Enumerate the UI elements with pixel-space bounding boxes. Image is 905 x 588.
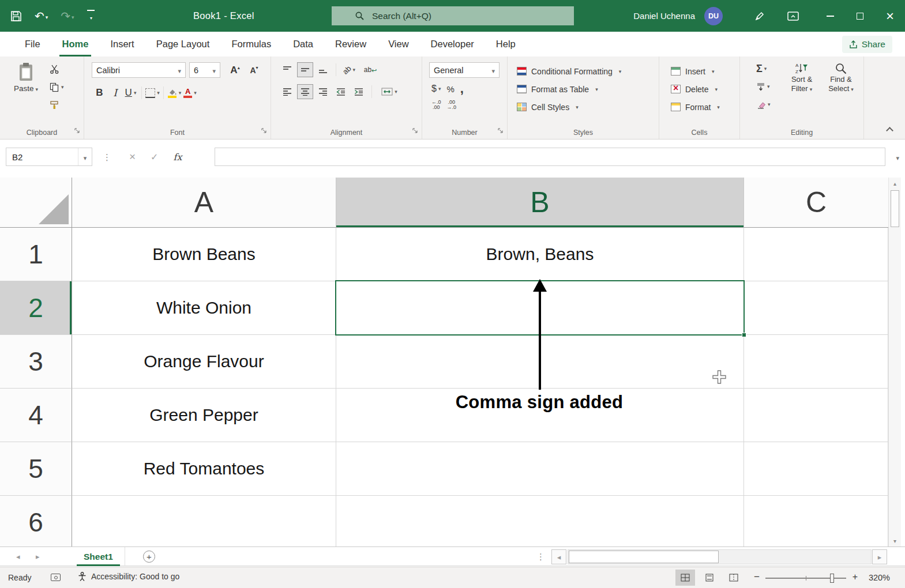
undo-dropdown-icon[interactable] [44,11,48,21]
number-dialog-launcher[interactable] [498,127,504,136]
name-box[interactable]: B2 [6,148,92,166]
cell-B1[interactable]: Brown, Beans [336,228,744,281]
tab-sheet1[interactable]: Sheet1 [72,547,125,566]
tab-scroll-splitter[interactable] [536,552,546,562]
horizontal-scroll-thumb[interactable] [569,551,719,563]
share-button[interactable]: Share [842,36,892,53]
cell-C6[interactable] [744,496,888,546]
name-box-splitter[interactable] [103,152,112,163]
cell-B5[interactable] [336,442,744,496]
page-layout-view-button[interactable] [700,570,719,586]
percent-style-button[interactable]: % [446,84,454,94]
zoom-slider-thumb[interactable] [830,574,834,583]
orientation-button[interactable]: ab [341,62,357,77]
maximize-button[interactable] [845,0,875,32]
font-size-combobox[interactable]: 6 [189,62,220,78]
vertical-scroll-thumb[interactable] [891,190,899,227]
customize-quick-access-button[interactable] [87,10,95,22]
cell-A1[interactable]: Brown Beans [72,228,336,281]
cancel-entry-button[interactable] [129,150,136,163]
decrease-indent-button[interactable] [333,84,349,99]
close-button[interactable] [875,0,905,32]
tab-file[interactable]: File [14,32,51,56]
cell-A3[interactable]: Orange Flavour [72,335,336,389]
alignment-dialog-launcher[interactable] [412,127,419,136]
tab-view[interactable]: View [377,32,419,56]
tab-formulas[interactable]: Formulas [220,32,282,56]
clipboard-dialog-launcher[interactable] [74,127,81,136]
decrease-decimal-button[interactable]: .00 →.0 [447,100,457,110]
row-header-6[interactable]: 6 [0,496,72,546]
page-break-preview-button[interactable] [724,570,743,586]
number-format-combobox[interactable]: General [429,62,500,78]
font-dialog-launcher[interactable] [261,127,268,136]
delete-cells-button[interactable]: Delete [671,80,739,98]
normal-view-button[interactable] [675,570,695,586]
cell-C4[interactable] [744,389,888,442]
add-sheet-button[interactable]: + [143,551,155,563]
borders-button[interactable] [145,85,160,100]
enter-button[interactable] [151,152,158,163]
cell-A6[interactable] [72,496,336,546]
fill-color-button[interactable] [167,85,182,100]
fill-button[interactable] [756,80,771,93]
format-cells-button[interactable]: Format [671,98,739,116]
tab-review[interactable]: Review [324,32,377,56]
currency-format-button[interactable]: $ [431,84,441,94]
accessibility-checker-button[interactable]: Accessibility: Good to go [78,572,179,581]
hscroll-right-button[interactable] [872,549,887,564]
zoom-level[interactable]: 320% [869,573,890,582]
paste-button[interactable]: Paste [9,62,43,93]
insert-cells-button[interactable]: Insert [671,62,739,80]
cell-styles-button[interactable]: Cell Styles [517,98,659,116]
cell-C1[interactable] [744,228,888,281]
user-name[interactable]: Daniel Uchenna [633,11,695,21]
fill-handle[interactable] [742,333,746,337]
font-name-combobox[interactable]: Calibri [92,62,186,78]
align-top-button[interactable] [279,62,295,77]
cut-button[interactable] [50,63,67,75]
row-header-1[interactable]: 1 [0,228,72,281]
select-all-corner[interactable] [0,178,72,228]
find-select-button[interactable]: Find & Select [823,62,859,94]
decrease-font-size-button[interactable]: A [246,63,262,78]
tab-developer[interactable]: Developer [420,32,485,56]
previous-sheet-button[interactable] [16,551,20,561]
search-input[interactable] [372,11,562,21]
autosum-button[interactable]: Σ [756,62,771,75]
column-header-C[interactable]: C [744,178,888,228]
redo-button[interactable] [61,9,74,23]
name-box-dropdown[interactable] [78,148,92,165]
format-as-table-button[interactable]: Format as Table [517,80,659,98]
increase-decimal-button[interactable]: ←.0 .00 [431,100,441,110]
increase-indent-button[interactable] [351,84,367,99]
italic-button[interactable]: I [107,85,123,100]
hscroll-left-button[interactable] [551,549,566,564]
macro-record-icon[interactable] [51,574,61,581]
cell-B6[interactable] [336,496,744,546]
tab-help[interactable]: Help [485,32,527,56]
save-button[interactable] [10,10,22,22]
expand-formula-bar-button[interactable] [896,152,899,163]
next-sheet-button[interactable] [36,551,40,561]
search-box[interactable] [332,6,574,25]
horizontal-scrollbar[interactable] [568,549,872,564]
minimize-button[interactable] [815,0,845,32]
clear-button[interactable] [756,98,771,111]
align-bottom-button[interactable] [315,62,331,77]
align-middle-button[interactable] [297,62,313,77]
cell-C2[interactable] [744,281,888,335]
collapse-ribbon-button[interactable] [886,127,893,134]
column-header-B[interactable]: B [336,178,744,228]
sort-filter-button[interactable]: A Z Sort & Filter [784,62,820,94]
cell-A2[interactable]: White Onion [72,281,336,335]
conditional-formatting-button[interactable]: Conditional Formatting [517,62,659,80]
tab-data[interactable]: Data [282,32,324,56]
tab-insert[interactable]: Insert [99,32,145,56]
align-right-button[interactable] [315,84,331,99]
formula-input[interactable] [215,148,885,165]
increase-font-size-button[interactable]: A [227,63,243,78]
merge-center-button[interactable] [377,84,402,99]
row-header-2[interactable]: 2 [0,281,72,335]
bold-button[interactable]: B [92,85,107,100]
